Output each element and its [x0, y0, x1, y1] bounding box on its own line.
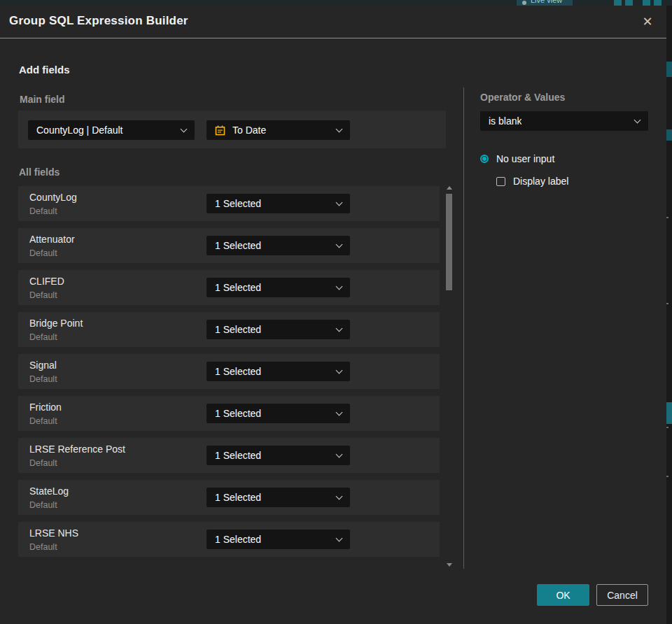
operator-dropdown-value: is blank: [489, 115, 522, 127]
field-selection-value: 1 Selected: [215, 450, 261, 461]
chevron-down-icon: [336, 492, 343, 499]
field-subtitle: Default: [29, 206, 57, 216]
field-row-attenuator: Attenuator Default 1 Selected: [18, 228, 440, 263]
vertical-divider: [463, 87, 464, 569]
group-sql-expression-builder-dialog: Group SQL Expression Builder ✕ Add field…: [0, 6, 666, 624]
field-selection-value: 1 Selected: [215, 198, 261, 209]
field-name: Bridge Point: [29, 318, 83, 329]
field-selection-dropdown[interactable]: 1 Selected: [206, 488, 350, 507]
field-selection-value: 1 Selected: [215, 492, 261, 503]
chevron-down-icon: [336, 534, 343, 541]
field-row-statelog: StateLog Default 1 Selected: [18, 480, 440, 515]
field-row-lrse-reference-post: LRSE Reference Post Default 1 Selected: [18, 438, 440, 473]
fields-scrollbar: [445, 184, 453, 569]
background-fragment: [666, 129, 672, 141]
operator-dropdown[interactable]: is blank: [480, 111, 648, 131]
chevron-down-icon: [336, 409, 343, 416]
chevron-down-icon: [336, 125, 343, 132]
no-user-input-radio[interactable]: [480, 155, 489, 163]
field-selection-dropdown[interactable]: 1 Selected: [206, 194, 350, 213]
background-fragment: [666, 303, 668, 304]
field-subtitle: Default: [29, 416, 57, 426]
field-name: CountyLog: [29, 192, 77, 203]
all-fields-label: All fields: [19, 166, 59, 178]
field-row-signal: Signal Default 1 Selected: [18, 354, 440, 389]
topbar-icon-fragment: [654, 0, 662, 6]
field-row-countylog: CountyLog Default 1 Selected: [18, 186, 440, 221]
field-selection-dropdown[interactable]: 1 Selected: [206, 362, 350, 381]
display-label-option[interactable]: ✓ Display label: [496, 176, 568, 187]
field-selection-value: 1 Selected: [215, 282, 261, 293]
chevron-down-icon: [336, 283, 343, 290]
field-row-clifed: CLIFED Default 1 Selected: [18, 270, 440, 305]
add-fields-heading: Add fields: [19, 64, 70, 76]
main-field-dropdown[interactable]: CountyLog | Default: [28, 120, 195, 140]
field-name: Friction: [29, 402, 62, 413]
field-subtitle: Default: [29, 500, 57, 510]
main-field-dropdown-value: CountyLog | Default: [36, 125, 123, 136]
topbar-icon-fragment: [625, 0, 633, 6]
no-user-input-option[interactable]: No user input: [480, 153, 554, 164]
scroll-down-icon[interactable]: [447, 563, 452, 567]
field-selection-value: 1 Selected: [215, 366, 261, 377]
field-subtitle: Default: [29, 542, 57, 552]
background-fragment: [666, 402, 672, 424]
chevron-down-icon: [336, 325, 343, 332]
dialog-title: Group SQL Expression Builder: [9, 14, 188, 28]
background-fragment: [666, 217, 668, 218]
field-subtitle: Default: [29, 458, 57, 468]
background-fragment: [666, 62, 672, 77]
field-row-friction: Friction Default 1 Selected: [18, 396, 440, 431]
field-selection-dropdown[interactable]: 1 Selected: [206, 404, 350, 423]
main-field-label: Main field: [20, 94, 65, 105]
field-subtitle: Default: [29, 290, 57, 300]
field-selection-value: 1 Selected: [215, 408, 261, 419]
chevron-down-icon: [336, 451, 343, 458]
live-view-toggle[interactable]: Live view: [517, 0, 573, 6]
background-app-topbar: Live view: [0, 0, 672, 6]
field-name: Attenuator: [29, 234, 75, 245]
chevron-down-icon: [336, 199, 343, 206]
topbar-icon-fragment: [614, 0, 622, 6]
field-selection-value: 1 Selected: [215, 324, 261, 335]
close-icon[interactable]: ✕: [638, 13, 657, 31]
display-label-label: Display label: [513, 176, 568, 187]
field-selection-dropdown[interactable]: 1 Selected: [206, 530, 350, 549]
live-view-label: Live view: [531, 0, 562, 4]
operator-values-label: Operator & Values: [480, 92, 565, 103]
chevron-down-icon: [634, 116, 641, 123]
scrollbar-thumb[interactable]: [446, 194, 452, 290]
ok-button[interactable]: OK: [537, 584, 589, 606]
field-name: CLIFED: [29, 276, 64, 287]
background-app-right-sliver: [666, 6, 672, 624]
field-name: StateLog: [29, 485, 69, 497]
background-fragment: [666, 427, 668, 428]
field-subtitle: Default: [29, 374, 57, 384]
chevron-down-icon: [336, 241, 343, 248]
field-selection-dropdown[interactable]: 1 Selected: [206, 236, 350, 255]
radio-dot: [482, 157, 486, 161]
cancel-button[interactable]: Cancel: [596, 584, 648, 606]
date-type-dropdown[interactable]: To Date: [206, 120, 350, 140]
dialog-titlebar: Group SQL Expression Builder ✕: [0, 6, 666, 38]
field-subtitle: Default: [29, 248, 57, 258]
field-name: LRSE Reference Post: [29, 444, 125, 455]
date-type-dropdown-value: To Date: [232, 125, 266, 136]
field-name: LRSE NHS: [29, 527, 78, 539]
all-fields-list: CountyLog Default 1 Selected Attenuator …: [18, 186, 440, 564]
field-selection-value: 1 Selected: [215, 534, 261, 545]
chevron-down-icon: [181, 125, 188, 132]
field-selection-value: 1 Selected: [215, 240, 261, 251]
field-name: Signal: [29, 360, 57, 371]
field-row-lrse-nhs: LRSE NHS Default 1 Selected: [18, 522, 440, 557]
field-row-bridge-point: Bridge Point Default 1 Selected: [18, 312, 440, 347]
field-selection-dropdown[interactable]: 1 Selected: [206, 446, 350, 465]
field-subtitle: Default: [29, 332, 57, 342]
display-label-checkbox[interactable]: ✓: [496, 177, 505, 186]
chevron-down-icon: [336, 367, 343, 374]
field-selection-dropdown[interactable]: 1 Selected: [206, 278, 350, 297]
live-view-dot-icon: [522, 1, 526, 5]
field-selection-dropdown[interactable]: 1 Selected: [206, 320, 350, 339]
calendar-icon: [215, 125, 225, 136]
scroll-up-icon[interactable]: [447, 186, 452, 190]
